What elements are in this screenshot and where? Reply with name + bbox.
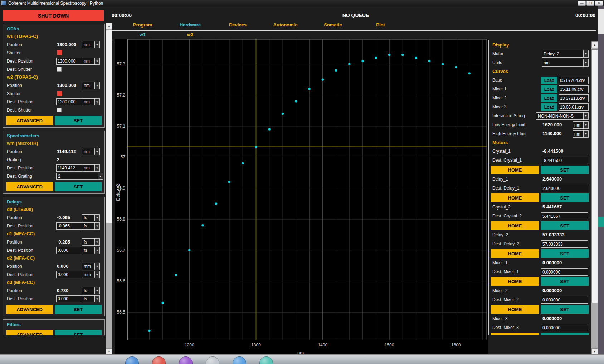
curve-file-input[interactable] [559, 77, 589, 84]
advanced-button[interactable]: ADVANCED [6, 182, 53, 191]
advanced-button[interactable]: ADVANCED [6, 305, 53, 314]
chevron-down-icon[interactable]: ▼ [94, 287, 99, 294]
tab-program[interactable]: Program [119, 22, 166, 28]
destination-input[interactable] [56, 271, 83, 278]
motor-dest-input[interactable] [541, 240, 588, 248]
scrollbar-thumb[interactable] [106, 30, 112, 223]
unit-select[interactable]: fs▼ [82, 295, 100, 302]
dest-shutter-checkbox[interactable] [57, 108, 62, 112]
chevron-down-icon[interactable]: ▼ [583, 122, 588, 128]
set-button[interactable]: SET [541, 333, 589, 335]
shutdown-button[interactable]: SHUT DOWN [3, 10, 104, 21]
home-button[interactable]: HOME [491, 277, 539, 286]
unit-select[interactable]: fs▼ [82, 287, 100, 294]
load-button[interactable]: Load [541, 85, 557, 93]
taskbar-app-4-icon[interactable] [206, 356, 219, 364]
curve-file-input[interactable] [559, 85, 589, 93]
close-icon[interactable]: ✕ [595, 1, 603, 6]
motor-dest-input[interactable] [541, 185, 588, 192]
set-button[interactable]: SET [55, 182, 102, 191]
load-button[interactable]: Load [541, 94, 557, 102]
scrollbar-thumb[interactable] [598, 217, 604, 227]
home-button[interactable]: HOME [491, 249, 539, 258]
load-button[interactable]: Load [541, 103, 557, 111]
chevron-down-icon[interactable]: ▼ [94, 215, 99, 221]
taskbar-app-1-icon[interactable] [125, 356, 139, 364]
minimize-icon[interactable]: — [578, 1, 586, 6]
motor-dest-input[interactable] [541, 296, 588, 304]
window-scrollbar[interactable] [598, 6, 604, 354]
chevron-down-icon[interactable]: ▼ [94, 82, 99, 89]
home-button[interactable]: HOME [491, 221, 539, 230]
unit-select[interactable]: mm▼ [82, 263, 100, 270]
dest-shutter-checkbox[interactable] [57, 67, 62, 72]
tab-hardware[interactable]: Hardware [166, 22, 214, 28]
destination-input[interactable] [56, 295, 83, 302]
destination-input[interactable] [56, 58, 83, 65]
tab-autonomic[interactable]: Autonomic [262, 22, 309, 28]
chevron-down-icon[interactable]: ▼ [94, 58, 99, 64]
chevron-down-icon[interactable]: ▼ [583, 59, 588, 66]
unit-select[interactable]: nm▼ [82, 82, 100, 89]
unit-select[interactable]: nm▼ [82, 164, 100, 172]
destination-input[interactable] [56, 98, 83, 105]
chevron-down-icon[interactable]: ▼ [583, 131, 588, 137]
unit-select[interactable]: fs▼ [82, 222, 100, 230]
chevron-down-icon[interactable]: ▼ [94, 223, 99, 229]
interaction-select[interactable]: NON-NON-NON-S▼ [536, 112, 589, 120]
unit-select[interactable]: nm▼ [573, 121, 589, 129]
chevron-down-icon[interactable]: ▼ [94, 263, 99, 270]
taskbar[interactable] [0, 355, 604, 364]
panel-scrollbar[interactable]: ▲ ▼ [591, 41, 598, 355]
scrollbar-thumb[interactable] [591, 49, 598, 303]
scroll-up-icon[interactable]: ▲ [591, 41, 598, 48]
tab-somatic[interactable]: Somatic [309, 22, 357, 28]
unit-select[interactable]: nm▼ [82, 98, 100, 105]
tuning-curve-plot[interactable]: 56.556.656.756.856.95757.157.257.3120013… [115, 39, 488, 354]
tab-plot[interactable]: Plot [357, 22, 404, 28]
home-button[interactable]: HOME [491, 305, 539, 314]
unit-select[interactable]: nm▼ [82, 148, 100, 155]
tab-devices[interactable]: Devices [214, 22, 262, 28]
set-button[interactable]: SET [541, 305, 589, 314]
grating-select[interactable]: 2▼ [56, 173, 103, 180]
destination-input[interactable] [56, 247, 83, 254]
chevron-down-icon[interactable]: ▼ [98, 173, 103, 179]
sidebar-scrollbar[interactable]: ▲ ▼ [106, 23, 112, 355]
unit-select[interactable]: nm▼ [573, 130, 589, 138]
chevron-down-icon[interactable]: ▼ [94, 165, 99, 171]
motor-dest-input[interactable] [541, 268, 588, 276]
taskbar-app-3-icon[interactable] [179, 356, 193, 364]
set-button[interactable]: SET [541, 166, 589, 174]
unit-select[interactable]: fs▼ [82, 247, 100, 254]
set-button[interactable]: SET [55, 116, 102, 125]
set-button[interactable]: SET [541, 193, 589, 202]
chevron-down-icon[interactable]: ▼ [94, 148, 99, 155]
home-button[interactable]: HOME [491, 333, 539, 335]
advanced-button[interactable]: ADVANCED [6, 330, 53, 335]
motor-dest-input[interactable] [541, 212, 588, 220]
unit-select[interactable]: fs▼ [82, 214, 100, 221]
unit-select[interactable]: nm▼ [82, 58, 100, 65]
chevron-down-icon[interactable]: ▼ [94, 239, 99, 245]
chevron-down-icon[interactable]: ▼ [94, 41, 99, 48]
scrollbar-segment[interactable] [598, 9, 604, 34]
curve-file-input[interactable] [559, 94, 589, 102]
unit-select[interactable]: mm▼ [82, 271, 100, 278]
chevron-down-icon[interactable]: ▼ [94, 247, 99, 254]
chevron-down-icon[interactable]: ▼ [583, 113, 588, 119]
home-button[interactable]: HOME [491, 166, 539, 174]
scroll-up-icon[interactable]: ▲ [106, 23, 112, 29]
motor-dest-input[interactable] [541, 324, 588, 331]
taskbar-app-5-icon[interactable] [233, 356, 246, 364]
chevron-down-icon[interactable]: ▼ [94, 99, 99, 105]
chevron-down-icon[interactable]: ▼ [583, 50, 588, 57]
taskbar-app-6-icon[interactable] [259, 356, 273, 364]
set-button[interactable]: SET [541, 249, 589, 258]
motor-select[interactable]: Delay_2▼ [542, 50, 589, 58]
set-button[interactable]: SET [541, 221, 589, 230]
unit-select[interactable]: fs▼ [82, 238, 100, 246]
advanced-button[interactable]: ADVANCED [6, 116, 53, 125]
maximize-icon[interactable]: ❐ [586, 1, 594, 6]
taskbar-app-2-icon[interactable] [152, 356, 166, 364]
